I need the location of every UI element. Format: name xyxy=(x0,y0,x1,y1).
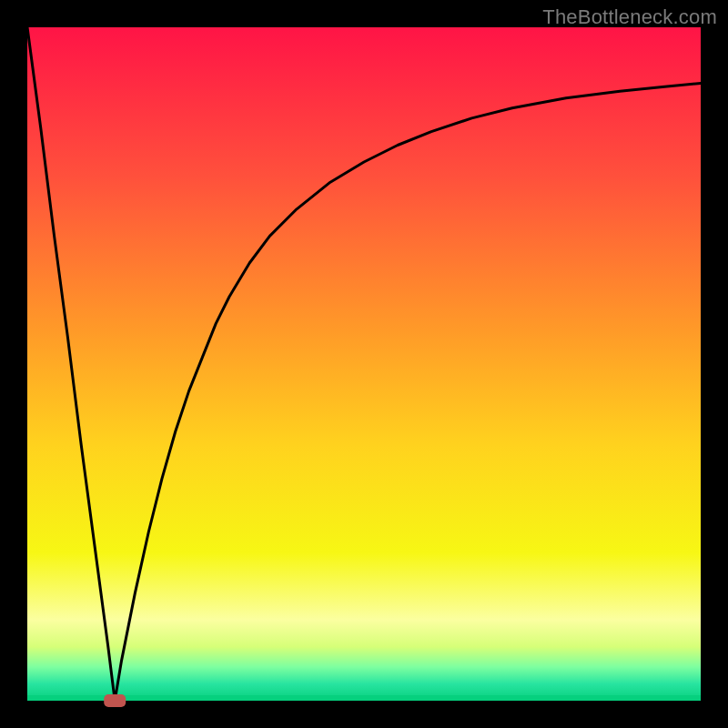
baseline-strip xyxy=(27,695,701,701)
chart-frame: TheBottleneck.com xyxy=(0,0,728,728)
chart-svg xyxy=(0,0,728,728)
plot-bg xyxy=(27,27,701,701)
watermark-text: TheBottleneck.com xyxy=(542,5,717,29)
optimal-marker xyxy=(104,694,126,707)
